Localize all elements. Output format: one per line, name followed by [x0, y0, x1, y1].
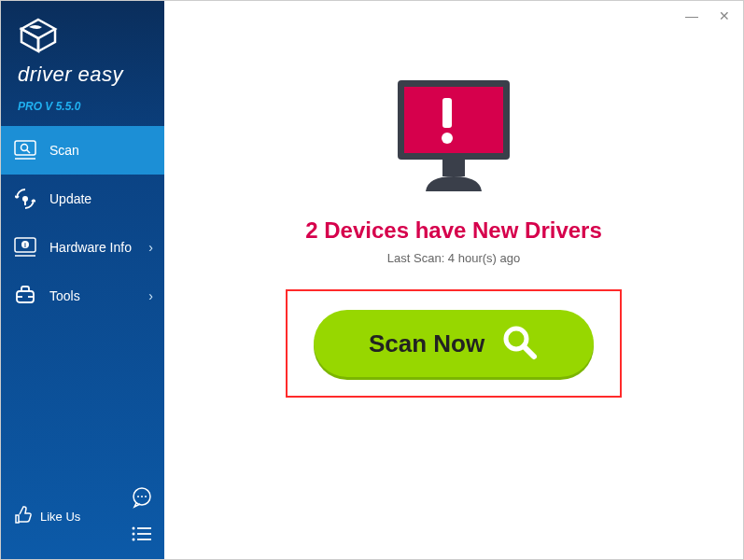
- svg-point-16: [145, 496, 147, 497]
- feedback-icon[interactable]: [131, 486, 153, 512]
- svg-rect-27: [442, 160, 465, 176]
- tools-icon: [14, 285, 36, 307]
- sidebar: driver easy PRO V 5.5.0 Scan: [1, 1, 164, 559]
- svg-line-2: [27, 150, 31, 154]
- svg-text:i: i: [24, 242, 26, 248]
- logo-area: driver easy: [1, 1, 164, 96]
- alert-monitor-icon: [388, 76, 519, 201]
- scan-highlight-box: Scan Now: [286, 289, 622, 398]
- thumbs-up-icon: [14, 506, 33, 527]
- chevron-right-icon: ›: [148, 288, 153, 303]
- main-panel: 2 Devices have New Drivers Last Scan: 4 …: [164, 1, 743, 559]
- svg-point-15: [141, 496, 143, 497]
- sidebar-item-tools[interactable]: Tools ›: [1, 272, 164, 320]
- app-window: — ✕ driver easy PRO V 5.5.0: [0, 0, 744, 560]
- version-text: PRO V 5.5.0: [1, 96, 164, 126]
- svg-point-14: [137, 496, 139, 497]
- svg-rect-5: [24, 201, 26, 205]
- minimize-button[interactable]: —: [681, 7, 702, 25]
- scan-now-label: Scan Now: [369, 329, 484, 358]
- window-controls: — ✕: [681, 7, 734, 25]
- svg-rect-25: [442, 98, 452, 128]
- like-us-label: Like Us: [40, 510, 80, 524]
- sidebar-item-hardware-info[interactable]: i Hardware Info ›: [1, 223, 164, 272]
- menu-icon[interactable]: [131, 525, 153, 546]
- sidebar-item-label: Hardware Info: [49, 240, 132, 255]
- last-scan-text: Last Scan: 4 hour(s) ago: [387, 251, 520, 265]
- logo-icon: [18, 18, 164, 59]
- scan-now-button[interactable]: Scan Now: [314, 310, 594, 377]
- sidebar-item-label: Update: [49, 191, 91, 206]
- search-icon: [501, 324, 539, 364]
- sidebar-item-scan[interactable]: Scan: [1, 126, 164, 175]
- sidebar-footer: Like Us: [1, 477, 164, 559]
- sidebar-item-label: Scan: [49, 143, 79, 158]
- svg-point-19: [133, 533, 135, 536]
- svg-line-29: [524, 346, 534, 357]
- sidebar-item-update[interactable]: Update: [1, 175, 164, 223]
- svg-point-17: [133, 527, 135, 530]
- svg-point-21: [133, 539, 135, 541]
- svg-point-1: [21, 145, 28, 151]
- scan-icon: [14, 139, 36, 161]
- like-us-button[interactable]: Like Us: [14, 506, 80, 527]
- status-headline: 2 Devices have New Drivers: [305, 217, 602, 244]
- update-icon: [14, 188, 36, 210]
- chevron-right-icon: ›: [148, 240, 153, 255]
- hardware-info-icon: i: [14, 236, 36, 259]
- logo-text: driver easy: [18, 63, 164, 87]
- svg-rect-24: [404, 87, 503, 153]
- sidebar-item-label: Tools: [49, 288, 80, 303]
- close-button[interactable]: ✕: [715, 7, 734, 25]
- svg-rect-0: [15, 141, 35, 155]
- svg-point-26: [442, 133, 453, 144]
